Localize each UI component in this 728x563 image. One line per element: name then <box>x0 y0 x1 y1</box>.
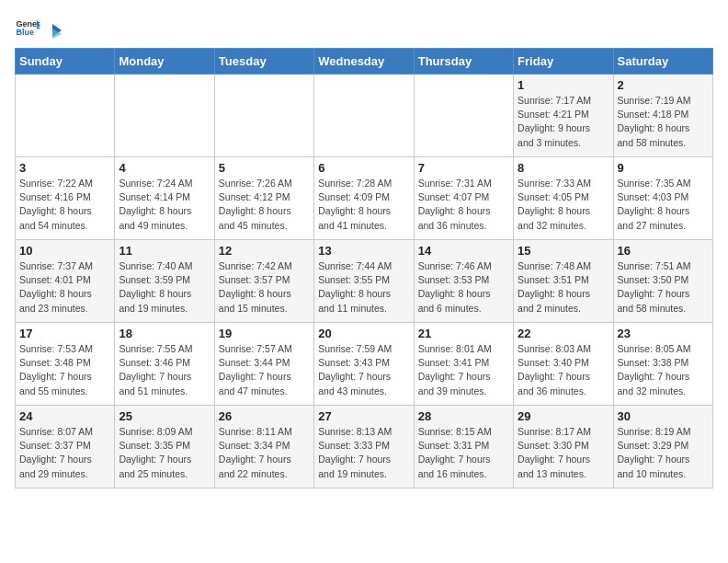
header-day-friday: Friday <box>514 49 613 75</box>
calendar-cell: 21Sunrise: 8:01 AMSunset: 3:41 PMDayligh… <box>414 323 513 406</box>
day-number: 8 <box>518 161 609 175</box>
day-number: 24 <box>19 409 110 423</box>
day-info: Sunrise: 7:55 AMSunset: 3:46 PMDaylight:… <box>119 342 210 398</box>
week-row-1: 1Sunrise: 7:17 AMSunset: 4:21 PMDaylight… <box>16 75 713 157</box>
day-info: Sunrise: 8:17 AMSunset: 3:30 PMDaylight:… <box>518 425 609 481</box>
calendar-cell: 11Sunrise: 7:40 AMSunset: 3:59 PMDayligh… <box>115 240 214 323</box>
day-number: 21 <box>418 327 509 340</box>
day-info: Sunrise: 7:53 AMSunset: 3:48 PMDaylight:… <box>19 342 110 398</box>
calendar-cell: 5Sunrise: 7:26 AMSunset: 4:12 PMDaylight… <box>214 157 313 240</box>
day-number: 15 <box>518 244 609 258</box>
calendar-cell: 15Sunrise: 7:48 AMSunset: 3:51 PMDayligh… <box>514 240 613 323</box>
day-info: Sunrise: 8:09 AMSunset: 3:35 PMDaylight:… <box>119 425 210 481</box>
calendar-cell <box>16 75 115 157</box>
day-number: 23 <box>618 327 709 340</box>
header-day-saturday: Saturday <box>613 49 712 75</box>
calendar-cell: 26Sunrise: 8:11 AMSunset: 3:34 PMDayligh… <box>214 406 313 488</box>
calendar-cell: 19Sunrise: 7:57 AMSunset: 3:44 PMDayligh… <box>214 323 313 406</box>
calendar-cell: 23Sunrise: 8:05 AMSunset: 3:38 PMDayligh… <box>613 323 712 406</box>
calendar-cell: 2Sunrise: 7:19 AMSunset: 4:18 PMDaylight… <box>613 75 712 157</box>
day-info: Sunrise: 8:03 AMSunset: 3:40 PMDaylight:… <box>518 342 609 398</box>
day-info: Sunrise: 7:59 AMSunset: 3:43 PMDaylight:… <box>318 342 409 398</box>
calendar-cell: 8Sunrise: 7:33 AMSunset: 4:05 PMDaylight… <box>514 157 613 240</box>
calendar-cell <box>314 75 414 157</box>
calendar-cell <box>414 75 513 157</box>
calendar-cell: 24Sunrise: 8:07 AMSunset: 3:37 PMDayligh… <box>16 406 115 488</box>
calendar-cell: 25Sunrise: 8:09 AMSunset: 3:35 PMDayligh… <box>115 406 214 488</box>
week-row-3: 10Sunrise: 7:37 AMSunset: 4:01 PMDayligh… <box>16 240 713 323</box>
day-info: Sunrise: 7:46 AMSunset: 3:53 PMDaylight:… <box>418 259 509 316</box>
header-day-monday: Monday <box>115 49 214 75</box>
day-number: 12 <box>219 244 310 258</box>
header-day-tuesday: Tuesday <box>214 49 313 75</box>
calendar-cell: 20Sunrise: 7:59 AMSunset: 3:43 PMDayligh… <box>314 323 414 406</box>
day-info: Sunrise: 8:15 AMSunset: 3:31 PMDaylight:… <box>418 425 509 481</box>
day-number: 16 <box>618 244 709 258</box>
day-number: 19 <box>219 327 310 340</box>
calendar-cell: 14Sunrise: 7:46 AMSunset: 3:53 PMDayligh… <box>414 240 513 323</box>
day-number: 13 <box>318 244 409 258</box>
calendar-cell: 28Sunrise: 8:15 AMSunset: 3:31 PMDayligh… <box>414 406 513 488</box>
day-info: Sunrise: 7:57 AMSunset: 3:44 PMDaylight:… <box>219 342 310 398</box>
calendar-header: SundayMondayTuesdayWednesdayThursdayFrid… <box>16 49 713 75</box>
svg-text:Blue: Blue <box>16 28 34 37</box>
day-info: Sunrise: 7:24 AMSunset: 4:14 PMDaylight:… <box>119 177 210 233</box>
day-number: 10 <box>19 244 110 258</box>
day-number: 9 <box>618 161 709 175</box>
day-info: Sunrise: 7:19 AMSunset: 4:18 PMDaylight:… <box>618 94 709 150</box>
day-info: Sunrise: 7:22 AMSunset: 4:16 PMDaylight:… <box>19 177 110 233</box>
day-number: 27 <box>318 409 409 423</box>
day-info: Sunrise: 7:33 AMSunset: 4:05 PMDaylight:… <box>518 177 609 233</box>
day-info: Sunrise: 7:51 AMSunset: 3:50 PMDaylight:… <box>618 259 709 316</box>
day-number: 22 <box>518 327 609 340</box>
day-number: 5 <box>219 161 310 175</box>
calendar-cell: 29Sunrise: 8:17 AMSunset: 3:30 PMDayligh… <box>514 406 613 488</box>
logo-icon: General Blue <box>15 15 40 40</box>
day-number: 29 <box>518 409 609 423</box>
day-number: 18 <box>119 327 210 340</box>
day-number: 7 <box>418 161 509 175</box>
calendar-cell: 27Sunrise: 8:13 AMSunset: 3:33 PMDayligh… <box>314 406 414 488</box>
day-number: 2 <box>618 78 709 92</box>
day-number: 30 <box>618 409 709 423</box>
day-number: 14 <box>418 244 509 258</box>
week-row-2: 3Sunrise: 7:22 AMSunset: 4:16 PMDaylight… <box>16 157 713 240</box>
day-number: 6 <box>318 161 409 175</box>
calendar-body: 1Sunrise: 7:17 AMSunset: 4:21 PMDaylight… <box>16 75 713 488</box>
calendar-cell: 7Sunrise: 7:31 AMSunset: 4:07 PMDaylight… <box>414 157 513 240</box>
day-info: Sunrise: 7:44 AMSunset: 3:55 PMDaylight:… <box>318 259 409 316</box>
calendar-cell: 18Sunrise: 7:55 AMSunset: 3:46 PMDayligh… <box>115 323 214 406</box>
day-number: 25 <box>119 409 210 423</box>
logo-arrow-icon <box>45 20 65 40</box>
day-number: 26 <box>219 409 310 423</box>
calendar-cell <box>214 75 313 157</box>
calendar-cell: 4Sunrise: 7:24 AMSunset: 4:14 PMDaylight… <box>115 157 214 240</box>
header-row: SundayMondayTuesdayWednesdayThursdayFrid… <box>16 49 713 75</box>
calendar-cell: 9Sunrise: 7:35 AMSunset: 4:03 PMDaylight… <box>613 157 712 240</box>
day-info: Sunrise: 8:07 AMSunset: 3:37 PMDaylight:… <box>19 425 110 481</box>
calendar-cell <box>115 75 214 157</box>
day-number: 4 <box>119 161 210 175</box>
day-number: 20 <box>318 327 409 340</box>
day-number: 28 <box>418 409 509 423</box>
header-day-sunday: Sunday <box>16 49 115 75</box>
header-day-thursday: Thursday <box>414 49 513 75</box>
day-info: Sunrise: 7:40 AMSunset: 3:59 PMDaylight:… <box>119 259 210 316</box>
day-info: Sunrise: 8:11 AMSunset: 3:34 PMDaylight:… <box>219 425 310 481</box>
calendar-cell: 17Sunrise: 7:53 AMSunset: 3:48 PMDayligh… <box>16 323 115 406</box>
calendar-cell: 16Sunrise: 7:51 AMSunset: 3:50 PMDayligh… <box>613 240 712 323</box>
week-row-5: 24Sunrise: 8:07 AMSunset: 3:37 PMDayligh… <box>16 406 713 488</box>
page-header: General Blue <box>15 15 713 40</box>
day-number: 1 <box>518 78 609 92</box>
day-info: Sunrise: 8:01 AMSunset: 3:41 PMDaylight:… <box>418 342 509 398</box>
day-number: 3 <box>19 161 110 175</box>
calendar-cell: 12Sunrise: 7:42 AMSunset: 3:57 PMDayligh… <box>214 240 313 323</box>
day-info: Sunrise: 7:26 AMSunset: 4:12 PMDaylight:… <box>219 177 310 233</box>
day-number: 11 <box>119 244 210 258</box>
calendar-cell: 22Sunrise: 8:03 AMSunset: 3:40 PMDayligh… <box>514 323 613 406</box>
week-row-4: 17Sunrise: 7:53 AMSunset: 3:48 PMDayligh… <box>16 323 713 406</box>
day-info: Sunrise: 7:35 AMSunset: 4:03 PMDaylight:… <box>618 177 709 233</box>
header-day-wednesday: Wednesday <box>314 49 414 75</box>
day-info: Sunrise: 7:37 AMSunset: 4:01 PMDaylight:… <box>19 259 110 316</box>
calendar-cell: 6Sunrise: 7:28 AMSunset: 4:09 PMDaylight… <box>314 157 414 240</box>
